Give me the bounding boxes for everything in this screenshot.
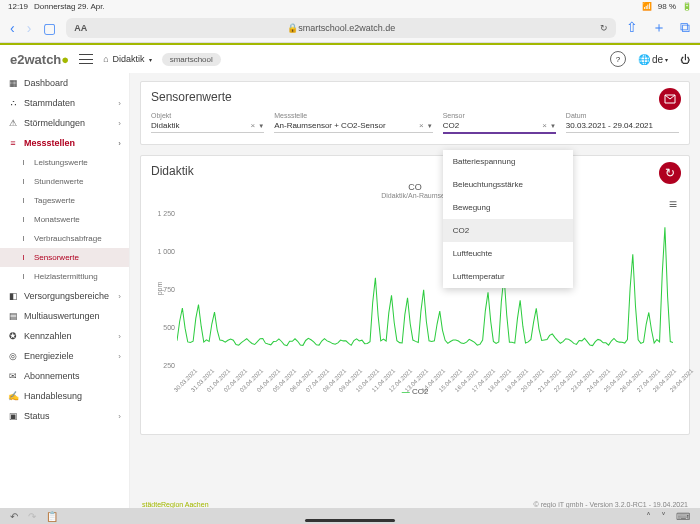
bar-icon: ꠰ (18, 196, 28, 205)
chevron-right-icon: › (118, 99, 121, 108)
y-tick: 1 000 (157, 247, 175, 254)
chart-title: Didaktik (151, 164, 679, 178)
sidebar-icon: ≡ (8, 138, 18, 148)
chevron-right-icon: › (118, 352, 121, 361)
main-content: Sensorenwerte Objekt Didaktik×▼ Messstel… (130, 73, 700, 510)
sidebar-label: Kennzahlen (24, 331, 72, 341)
sidebar-item-handablesung[interactable]: ✍Handablesung (0, 386, 129, 406)
down-icon[interactable]: ˅ (661, 511, 666, 522)
sensor-option[interactable]: Beleuchtungsstärke (443, 173, 573, 196)
back-icon[interactable]: ‹ (10, 20, 15, 36)
datum-field[interactable]: Datum 30.03.2021 - 29.04.2021 (566, 112, 679, 134)
sidebar-item-tageswerte[interactable]: ꠰Tageswerte (0, 191, 129, 210)
sidebar-item-energieziele[interactable]: ◎Energieziele› (0, 346, 129, 366)
sidebar-label: Sensorwerte (34, 253, 79, 262)
clear-icon[interactable]: × (416, 121, 427, 130)
sidebar-icon: ✪ (8, 331, 18, 341)
sidebar-item-kennzahlen[interactable]: ✪Kennzahlen› (0, 326, 129, 346)
app-toolbar: e2watch● ⌂ Didaktik ▾ smartschool ? 🌐de▾… (0, 45, 700, 73)
sensor-option[interactable]: Bewegung (443, 196, 573, 219)
bar-icon: ꠰ (18, 158, 28, 167)
sidebar-item-monatswerte[interactable]: ꠰Monatswerte (0, 210, 129, 229)
breadcrumb[interactable]: ⌂ Didaktik ▾ (103, 54, 151, 64)
sidebar-item-status[interactable]: ▣Status› (0, 406, 129, 426)
sidebar-item-stammdaten[interactable]: ⛬Stammdaten› (0, 93, 129, 113)
bar-icon: ꠰ (18, 215, 28, 224)
sidebar-item-störmeldungen[interactable]: ⚠Störmeldungen› (0, 113, 129, 133)
sidebar-item-abonnements[interactable]: ✉Abonnements (0, 366, 129, 386)
sidebar-label: Leistungswerte (34, 158, 88, 167)
messstelle-field[interactable]: Messstelle An-Raumsensor + CO2-Sensor×▼ (274, 112, 432, 134)
lock-icon: 🔒 (287, 23, 298, 33)
sidebar-label: Messstellen (24, 138, 75, 148)
chevron-right-icon: › (118, 119, 121, 128)
chart-subtitle: CO (151, 182, 679, 192)
chevron-down-icon[interactable]: ▼ (550, 123, 556, 129)
battery-text: 98 % (658, 2, 676, 11)
sensor-option[interactable]: Luftfeuchte (443, 242, 573, 265)
keyboard-icon[interactable]: ⌨ (676, 511, 690, 522)
power-icon[interactable]: ⏻ (680, 54, 690, 65)
sidebar-icon: ▤ (8, 311, 18, 321)
sidebar-item-stundenwerte[interactable]: ꠰Stundenwerte (0, 172, 129, 191)
sidebar-item-messstellen[interactable]: ≡Messstellen› (0, 133, 129, 153)
sidebar-icon: ◧ (8, 291, 18, 301)
mail-fab[interactable] (659, 88, 681, 110)
chart-subtitle2: Didaktik/An-Raumsen (151, 192, 679, 199)
y-tick: 750 (163, 285, 175, 292)
refresh-fab[interactable]: ↻ (659, 162, 681, 184)
y-tick: 250 (163, 362, 175, 369)
sensor-option[interactable]: Batteriespannung (443, 150, 573, 173)
help-icon[interactable]: ? (610, 51, 626, 67)
home-indicator[interactable] (305, 519, 395, 522)
sidebar-label: Tageswerte (34, 196, 75, 205)
sensor-option[interactable]: CO2 (443, 219, 573, 242)
sidebar-item-sensorwerte[interactable]: ꠰Sensorwerte (0, 248, 129, 267)
forward-icon[interactable]: › (27, 20, 32, 36)
app-logo[interactable]: e2watch● (10, 52, 69, 67)
clipboard-icon[interactable]: 📋 (46, 511, 58, 522)
sidebar-label: Energieziele (24, 351, 74, 361)
sidebar-item-dashboard[interactable]: ▦Dashboard (0, 73, 129, 93)
language-selector[interactable]: 🌐de▾ (638, 54, 668, 65)
sidebar-item-versorgungsbereiche[interactable]: ◧Versorgungsbereiche› (0, 286, 129, 306)
sidebar-icon: ✉ (8, 371, 18, 381)
up-icon[interactable]: ˄ (646, 511, 651, 522)
context-pill[interactable]: smartschool (162, 53, 221, 66)
sensor-option[interactable]: Lufttemperatur (443, 265, 573, 288)
clear-icon[interactable]: × (539, 121, 550, 130)
mail-icon (664, 93, 676, 105)
tabs-icon[interactable]: ⧉ (680, 19, 690, 37)
chevron-down-icon[interactable]: ▼ (427, 123, 433, 129)
bar-icon: ꠰ (18, 177, 28, 186)
sidebar-label: Status (24, 411, 50, 421)
sidebar-label: Multiauswertungen (24, 311, 100, 321)
y-tick: 500 (163, 323, 175, 330)
chevron-right-icon: › (118, 412, 121, 421)
sidebar-item-leistungswerte[interactable]: ꠰Leistungswerte (0, 153, 129, 172)
share-icon[interactable]: ⇧ (626, 19, 638, 37)
sidebar-item-verbrauchsabfrage[interactable]: ꠰Verbrauchsabfrage (0, 229, 129, 248)
sidebar-toggle-icon[interactable] (79, 54, 93, 64)
text-size-icon[interactable]: AA (74, 23, 87, 33)
chevron-down-icon[interactable]: ▼ (258, 123, 264, 129)
sidebar-item-multiauswertungen[interactable]: ▤Multiauswertungen (0, 306, 129, 326)
redo-icon[interactable]: ↷ (28, 511, 36, 522)
objekt-field[interactable]: Objekt Didaktik×▼ (151, 112, 264, 134)
url-bar[interactable]: AA 🔒 smartschool.e2watch.de ↻ (66, 18, 616, 38)
bar-icon: ꠰ (18, 253, 28, 262)
sensor-field[interactable]: Sensor CO2×▼ BatteriespannungBeleuchtung… (443, 112, 556, 134)
reload-icon[interactable]: ↻ (600, 23, 608, 33)
clear-icon[interactable]: × (248, 121, 259, 130)
new-tab-icon[interactable]: ＋ (652, 19, 666, 37)
ios-time: 12:19 (8, 2, 28, 11)
bookmarks-icon[interactable]: ▢ (43, 20, 56, 36)
safari-toolbar: ‹ › ▢ AA 🔒 smartschool.e2watch.de ↻ ⇧ ＋ … (0, 13, 700, 43)
bar-icon: ꠰ (18, 234, 28, 243)
filters-title: Sensorenwerte (151, 90, 679, 104)
footer-logo: städteRegion Aachen (142, 501, 209, 508)
sidebar-label: Verbrauchsabfrage (34, 234, 102, 243)
sidebar-item-heizlastermittlung[interactable]: ꠰Heizlastermittlung (0, 267, 129, 286)
undo-icon[interactable]: ↶ (10, 511, 18, 522)
chart-plot (177, 205, 673, 370)
